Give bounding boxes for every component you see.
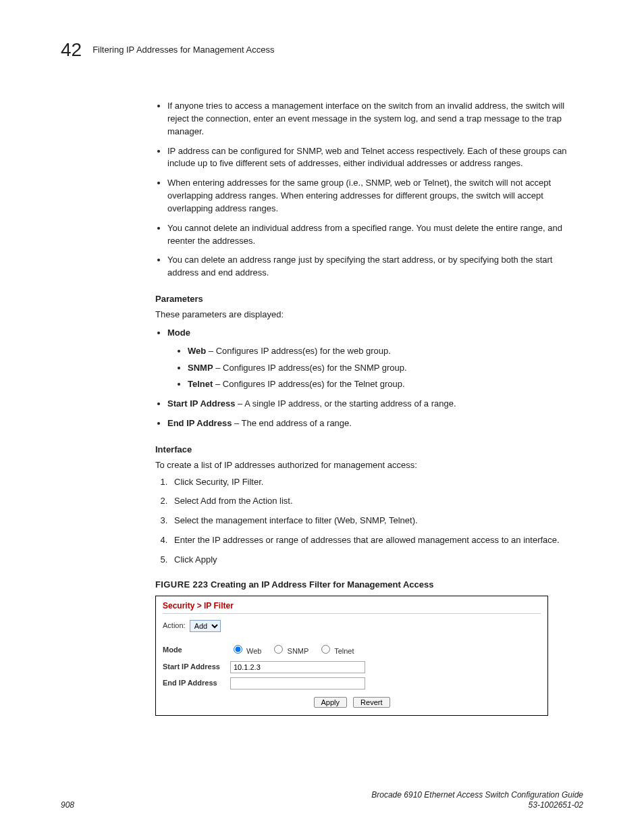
bold-snmp: SNMP: [188, 363, 213, 373]
param-mode-web: Web – Configures IP address(es) for the …: [188, 345, 583, 358]
end-ip-input[interactable]: [230, 677, 365, 689]
desc-snmp: – Configures IP address(es) for the SNMP…: [213, 363, 407, 373]
figure-caption: FIGURE 223 Creating an IP Address Filter…: [155, 579, 583, 592]
running-header: 42 Filtering IP Addresses for Management…: [61, 41, 583, 59]
start-ip-label: Start IP Address: [163, 662, 230, 673]
param-start-ip: Start IP Address – A single IP address, …: [167, 398, 583, 411]
parameters-intro: These parameters are displayed:: [155, 309, 583, 321]
param-mode-snmp: SNMP – Configures IP address(es) for the…: [188, 362, 583, 375]
step-item: Click Apply: [170, 554, 583, 567]
parameters-list: Mode Web – Configures IP address(es) for…: [155, 327, 583, 430]
mode-snmp-radio[interactable]: [274, 645, 283, 654]
desc-telnet: – Configures IP address(es) for the Teln…: [213, 379, 404, 389]
mode-label: Mode: [163, 645, 230, 656]
bold-end-ip: End IP Address: [167, 418, 232, 428]
mode-snmp-option[interactable]: SNMP: [271, 643, 308, 657]
breadcrumb: Security > IP Filter: [156, 596, 547, 613]
divider: [163, 613, 541, 614]
mode-web-option[interactable]: Web: [230, 643, 261, 657]
desc-end-ip: – The end address of a range.: [232, 418, 352, 428]
bold-start-ip: Start IP Address: [167, 398, 235, 409]
page-footer: 908 Brocade 6910 Ethernet Access Switch …: [61, 790, 583, 811]
step-item: Click Security, IP Filter.: [170, 476, 583, 489]
start-ip-input[interactable]: [230, 661, 365, 673]
bullet-item: When entering addresses for the same gro…: [167, 177, 583, 215]
chapter-number: 42: [61, 41, 82, 59]
step-item: Select Add from the Action list.: [170, 495, 583, 508]
param-end-ip: End IP Address – The end address of a ra…: [167, 417, 583, 430]
apply-button[interactable]: Apply: [314, 697, 348, 708]
desc-web: – Configures IP address(es) for the web …: [206, 346, 391, 356]
mode-telnet-radio[interactable]: [321, 645, 330, 654]
bullet-item: You cannot delete an individual address …: [167, 222, 583, 248]
end-ip-row: End IP Address: [156, 675, 547, 692]
parameters-heading: Parameters: [155, 293, 583, 306]
mode-web-text: Web: [246, 647, 261, 655]
start-ip-row: Start IP Address: [156, 659, 547, 675]
step-item: Enter the IP addresses or range of addre…: [170, 534, 583, 547]
body-content: If anyone tries to access a management i…: [155, 100, 583, 716]
step-item: Select the management interface to filte…: [170, 515, 583, 527]
revert-button[interactable]: Revert: [353, 697, 390, 708]
bold-web: Web: [188, 346, 206, 356]
section-title: Filtering IP Addresses for Management Ac…: [92, 44, 274, 57]
mode-snmp-text: SNMP: [288, 647, 309, 655]
figure-223-panel: Security > IP Filter Action: Add Mode We…: [155, 596, 548, 716]
figure-label: FIGURE 223: [155, 579, 208, 590]
param-mode-label: Mode: [167, 328, 190, 338]
desc-start-ip: – A single IP address, or the starting a…: [235, 398, 456, 409]
mode-web-radio[interactable]: [234, 645, 242, 654]
bullet-item: If anyone tries to access a management i…: [167, 100, 583, 138]
param-mode-telnet: Telnet – Configures IP address(es) for t…: [188, 378, 583, 391]
figure-buttons: Apply Revert: [156, 692, 547, 715]
action-label: Action:: [163, 621, 186, 631]
mode-telnet-option[interactable]: Telnet: [318, 643, 354, 657]
guide-title: Brocade 6910 Ethernet Access Switch Conf…: [371, 790, 583, 801]
mode-telnet-text: Telnet: [334, 647, 354, 655]
param-mode: Mode Web – Configures IP address(es) for…: [167, 327, 583, 391]
page-number: 908: [61, 800, 74, 811]
doc-number: 53-1002651-02: [371, 800, 583, 811]
figure-title: Creating an IP Address Filter for Manage…: [208, 579, 433, 590]
mode-row: Mode Web SNMP Telnet: [156, 641, 547, 659]
bullet-item: You can delete an address range just by …: [167, 254, 583, 280]
action-row: Action: Add: [156, 618, 547, 634]
interface-heading: Interface: [155, 444, 583, 457]
interface-steps: Click Security, IP Filter. Select Add fr…: [155, 476, 583, 567]
bold-telnet: Telnet: [188, 379, 213, 389]
bullet-item: IP address can be configured for SNMP, w…: [167, 145, 583, 171]
intro-bullets: If anyone tries to access a management i…: [155, 100, 583, 280]
interface-intro: To create a list of IP addresses authori…: [155, 459, 583, 472]
action-select[interactable]: Add: [190, 620, 221, 632]
end-ip-label: End IP Address: [163, 678, 230, 689]
